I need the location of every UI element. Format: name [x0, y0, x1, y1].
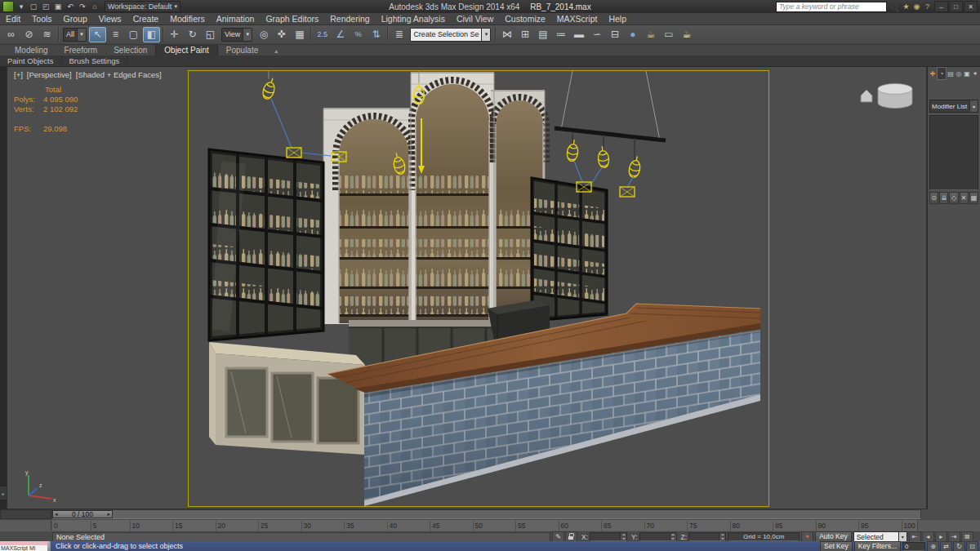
z-coordinate-field[interactable] [688, 532, 726, 541]
x-coordinate-field[interactable] [590, 532, 627, 541]
hierarchy-tab-icon[interactable]: ▤ [947, 68, 955, 79]
zoom-view-button[interactable]: ⊕ [927, 541, 939, 551]
configure-modifier-sets-icon[interactable]: ▦ [969, 192, 978, 204]
next-frame-arrow-icon[interactable]: ▸ [107, 511, 110, 518]
named-selection-sets-combo[interactable]: Create Selection Se▾ [410, 28, 491, 42]
viewport-general-menu[interactable]: [+] [14, 70, 23, 79]
modifier-list-combo[interactable]: Modifier List ▾ [929, 100, 978, 113]
select-by-name-icon[interactable]: ≡ [107, 27, 124, 42]
reference-coordinate-combo[interactable]: View▾ [221, 28, 252, 42]
unlink-selection-icon[interactable]: ⊘ [20, 27, 38, 42]
menu-civil-view[interactable]: Civil View [451, 14, 499, 24]
viewcube[interactable] [854, 78, 920, 116]
create-tab-icon[interactable]: ✚ [929, 68, 937, 79]
select-and-move-icon[interactable]: ✛ [166, 27, 183, 42]
subtab-paint-objects[interactable]: Paint Objects [0, 56, 62, 66]
snaps-toggle-icon[interactable]: 2.5 [314, 27, 331, 42]
mirror-icon[interactable]: ⋈ [498, 27, 515, 42]
key-filters-button[interactable]: Key Filters... [854, 541, 901, 551]
search-button[interactable] [889, 2, 899, 11]
y-spinner[interactable] [670, 533, 676, 540]
orbit-view-button[interactable]: ↻ [953, 541, 965, 551]
z-spinner[interactable] [719, 533, 725, 540]
ribbon-tab-populate[interactable]: Populate [218, 45, 266, 56]
ribbon-tab-modeling[interactable]: Modeling [7, 45, 56, 56]
new-scene-icon[interactable]: ▢ [28, 2, 39, 12]
window-crossing-toggle-icon[interactable]: ◧ [143, 27, 160, 42]
current-frame-field[interactable]: 0 [902, 542, 925, 551]
pan-view-button[interactable]: ⇄ [940, 541, 952, 551]
time-slider-track[interactable]: ◂ 0 / 100 ▸ [51, 509, 921, 519]
modifier-stack-list[interactable] [929, 115, 978, 190]
toggle-scene-explorer-icon[interactable]: ▤ [534, 27, 551, 42]
menu-lighting-analysis[interactable]: Lighting Analysis [376, 14, 451, 24]
menu-graph-editors[interactable]: Graph Editors [260, 14, 324, 24]
left-counter[interactable] [209, 342, 365, 455]
toggle-layer-explorer-icon[interactable]: ≔ [552, 27, 569, 42]
select-and-manipulate-icon[interactable]: ✜ [273, 27, 290, 42]
right-shelving-cabinet[interactable] [532, 178, 607, 321]
time-slider-handle[interactable]: ◂ 0 / 100 ▸ [52, 510, 113, 518]
use-pivot-point-icon[interactable]: ◎ [255, 27, 272, 42]
maxscript-scrollbar[interactable] [47, 541, 50, 551]
minimize-button[interactable]: – [934, 1, 948, 12]
workspace-combo[interactable]: Workspace: Default ▾ [105, 1, 180, 12]
menu-views[interactable]: Views [93, 14, 127, 24]
maximize-viewport-toggle[interactable]: ⊡ [966, 541, 978, 551]
previous-frame-arrow-icon[interactable]: ◂ [55, 511, 58, 518]
menu-rendering[interactable]: Rendering [324, 14, 375, 24]
menu-create[interactable]: Create [127, 14, 165, 24]
spinner-snap-toggle-icon[interactable]: ⇅ [368, 27, 385, 42]
align-icon[interactable]: ⊞ [516, 27, 533, 42]
ribbon-tab-freeform[interactable]: Freeform [56, 45, 106, 56]
arch-back-wall[interactable] [323, 73, 546, 324]
project-folder-icon[interactable]: ⌂ [89, 2, 100, 12]
angle-snap-toggle-icon[interactable]: ∠ [332, 27, 349, 42]
select-and-rotate-icon[interactable]: ↻ [184, 27, 201, 42]
help-icon[interactable]: ? [922, 2, 933, 11]
x-spinner[interactable] [620, 533, 626, 540]
search-input[interactable] [776, 2, 887, 12]
pin-stack-icon[interactable]: ⊙ [929, 192, 938, 204]
app-logo-icon[interactable] [2, 1, 14, 12]
set-key-button[interactable]: Set Key [820, 541, 853, 551]
restore-button[interactable]: □ [949, 1, 963, 12]
ribbon-tab-selection[interactable]: Selection [105, 45, 155, 56]
redo-icon[interactable]: ↷ [77, 2, 88, 12]
modify-tab-icon[interactable]: ◔ [937, 67, 947, 80]
open-file-icon[interactable]: ◰ [40, 2, 51, 12]
edit-named-selection-sets-icon[interactable]: ≣ [390, 27, 408, 42]
selection-filter-combo[interactable]: All▾ [63, 28, 87, 42]
subtab-brush-settings[interactable]: Brush Settings [62, 56, 128, 66]
menu-tools[interactable]: Tools [26, 14, 58, 24]
remove-modifier-icon[interactable]: ✕ [960, 192, 969, 204]
select-and-link-icon[interactable]: ∞ [2, 27, 20, 42]
motion-tab-icon[interactable]: ◎ [955, 68, 963, 79]
close-button[interactable]: ✕ [964, 1, 978, 12]
display-tab-icon[interactable]: ▣ [963, 68, 971, 79]
percent-snap-toggle-icon[interactable]: % [350, 27, 367, 42]
menu-help[interactable]: Help [603, 14, 632, 24]
expand-panel-arrow-icon[interactable]: ▸ [0, 487, 7, 500]
ribbon-minimize-icon[interactable]: ▴ [271, 47, 281, 56]
save-file-icon[interactable]: ▣ [52, 2, 64, 12]
schematic-view-icon[interactable]: ⊟ [606, 27, 623, 42]
curve-editor-icon[interactable]: ∽ [588, 27, 605, 42]
make-unique-icon[interactable]: ◇ [949, 192, 958, 204]
material-editor-icon[interactable]: ● [624, 27, 641, 42]
menu-modifiers[interactable]: Modifiers [164, 14, 211, 24]
viewport-shading-menu[interactable]: [Shaded + Edged Faces] [76, 70, 162, 79]
left-shelving-cabinet[interactable] [209, 149, 323, 340]
selection-region-icon[interactable]: ▢ [125, 27, 142, 42]
render-setup-icon[interactable]: ☕ [642, 27, 659, 42]
toggle-ribbon-icon[interactable]: ▬ [570, 27, 587, 42]
menu-maxscript[interactable]: MAXScript [551, 14, 604, 24]
undo-icon[interactable]: ↶ [65, 2, 76, 12]
viewport-perspective[interactable]: [+] [Perspective] [Shaded + Edged Faces]… [7, 66, 927, 509]
app-menu-arrow-icon[interactable]: ▾ [16, 2, 27, 12]
menu-group[interactable]: Group [58, 14, 93, 24]
maxscript-mini-listener[interactable]: MAXScript Mi [0, 541, 51, 551]
menu-animation[interactable]: Animation [211, 14, 261, 24]
favorites-star-icon[interactable]: ★ [901, 2, 911, 11]
select-and-scale-icon[interactable]: ◱ [202, 27, 219, 42]
